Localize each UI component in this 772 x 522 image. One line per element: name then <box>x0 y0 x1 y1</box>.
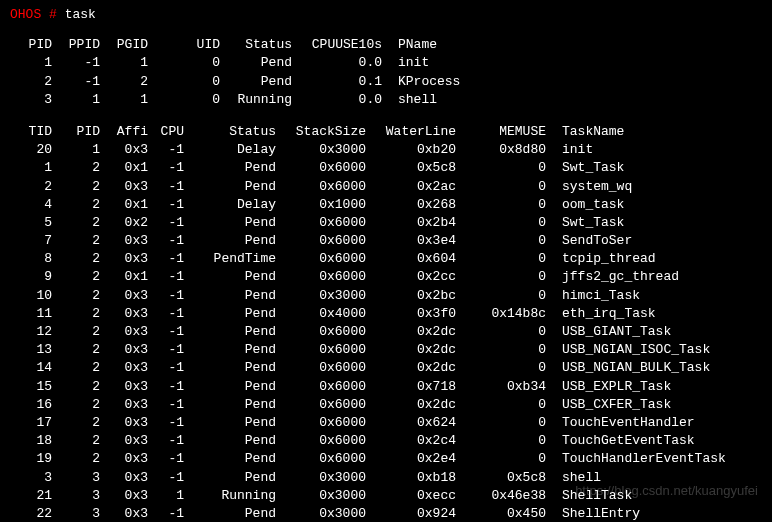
cell-tpid: 3 <box>52 487 100 505</box>
col-pgid: PGID <box>100 36 148 54</box>
cell-pgid: 2 <box>100 73 148 91</box>
cell-tstatus: Pend <box>184 414 276 432</box>
cell-affi: 0x3 <box>100 359 148 377</box>
cell-cpuuse: 0.0 <box>292 91 382 109</box>
cell-cpu: -1 <box>148 505 184 522</box>
cell-tid: 13 <box>10 341 52 359</box>
col-cpuuse: CPUUSE10s <box>292 36 382 54</box>
cell-waterline: 0xb18 <box>366 469 456 487</box>
cell-stacksize: 0x6000 <box>276 414 366 432</box>
task-row: 1620x3-1Pend0x60000x2dc0USB_CXFER_Task <box>10 396 762 414</box>
cell-tstatus: Pend <box>184 287 276 305</box>
task-row: 1420x3-1Pend0x60000x2dc0USB_NGIAN_BULK_T… <box>10 359 762 377</box>
cell-memuse: 0 <box>456 450 546 468</box>
cell-affi: 0x1 <box>100 159 148 177</box>
cell-tstatus: Pend <box>184 396 276 414</box>
cell-taskname: USB_NGIAN_ISOC_Task <box>546 341 736 359</box>
prompt-command[interactable]: task <box>65 7 96 22</box>
col-tstatus: Status <box>184 123 276 141</box>
cell-memuse: 0xb34 <box>456 378 546 396</box>
cell-taskname: USB_GIANT_Task <box>546 323 736 341</box>
col-cpu: CPU <box>148 123 184 141</box>
cell-cpu: -1 <box>148 469 184 487</box>
cell-tpid: 2 <box>52 232 100 250</box>
cell-stacksize: 0x6000 <box>276 178 366 196</box>
col-tid: TID <box>10 123 52 141</box>
cell-waterline: 0xecc <box>366 487 456 505</box>
cell-waterline: 0x2bc <box>366 287 456 305</box>
cell-taskname: tcpip_thread <box>546 250 736 268</box>
cell-cpu: -1 <box>148 232 184 250</box>
cell-taskname: himci_Task <box>546 287 736 305</box>
cell-tstatus: Pend <box>184 268 276 286</box>
cell-affi: 0x3 <box>100 378 148 396</box>
cell-memuse: 0 <box>456 287 546 305</box>
cell-tid: 22 <box>10 505 52 522</box>
cell-stacksize: 0x3000 <box>276 505 366 522</box>
cell-tpid: 1 <box>52 141 100 159</box>
cell-cpu: -1 <box>148 178 184 196</box>
cell-tid: 10 <box>10 287 52 305</box>
prompt-host: OHOS # <box>10 7 57 22</box>
cell-cpu: -1 <box>148 214 184 232</box>
cell-tpid: 2 <box>52 432 100 450</box>
cell-stacksize: 0x3000 <box>276 287 366 305</box>
cell-stacksize: 0x6000 <box>276 341 366 359</box>
cell-tstatus: Pend <box>184 305 276 323</box>
cell-tstatus: Pend <box>184 159 276 177</box>
cell-waterline: 0x2b4 <box>366 214 456 232</box>
cell-uid: 0 <box>148 91 220 109</box>
cell-taskname: shell <box>546 469 736 487</box>
cell-memuse: 0x14b8c <box>456 305 546 323</box>
cell-tid: 14 <box>10 359 52 377</box>
task-row: 1020x3-1Pend0x30000x2bc0himci_Task <box>10 287 762 305</box>
cell-memuse: 0 <box>456 432 546 450</box>
cell-tpid: 3 <box>52 469 100 487</box>
cell-tid: 16 <box>10 396 52 414</box>
cell-taskname: Swt_Task <box>546 159 736 177</box>
cell-waterline: 0x3f0 <box>366 305 456 323</box>
cell-tpid: 2 <box>52 287 100 305</box>
cell-tid: 11 <box>10 305 52 323</box>
cell-cpuuse: 0.0 <box>292 54 382 72</box>
cell-tpid: 2 <box>52 196 100 214</box>
cell-taskname: TouchGetEventTask <box>546 432 736 450</box>
cell-stacksize: 0x4000 <box>276 305 366 323</box>
cell-tid: 12 <box>10 323 52 341</box>
cell-tpid: 2 <box>52 450 100 468</box>
task-row: 820x3-1PendTime0x60000x6040tcpip_thread <box>10 250 762 268</box>
cell-tpid: 2 <box>52 250 100 268</box>
cell-tid: 4 <box>10 196 52 214</box>
task-row: 520x2-1Pend0x60000x2b40Swt_Task <box>10 214 762 232</box>
cell-tpid: 2 <box>52 396 100 414</box>
cell-cpu: 1 <box>148 487 184 505</box>
cell-waterline: 0x2ac <box>366 178 456 196</box>
cell-stacksize: 0x3000 <box>276 487 366 505</box>
cell-stacksize: 0x6000 <box>276 232 366 250</box>
cell-taskname: oom_task <box>546 196 736 214</box>
cell-memuse: 0 <box>456 359 546 377</box>
cell-tstatus: Delay <box>184 196 276 214</box>
cell-affi: 0x3 <box>100 396 148 414</box>
col-tpid: PID <box>52 123 100 141</box>
cell-pid: 2 <box>10 73 52 91</box>
cell-memuse: 0 <box>456 396 546 414</box>
cell-waterline: 0x2dc <box>366 396 456 414</box>
task-row: 1720x3-1Pend0x60000x6240TouchEventHandle… <box>10 414 762 432</box>
cell-tstatus: PendTime <box>184 250 276 268</box>
task-row: 2130x31Running0x30000xecc0x46e38ShellTas… <box>10 487 762 505</box>
task-row: 1520x3-1Pend0x60000x7180xb34USB_EXPLR_Ta… <box>10 378 762 396</box>
cell-memuse: 0 <box>456 214 546 232</box>
cell-waterline: 0x268 <box>366 196 456 214</box>
cell-cpu: -1 <box>148 323 184 341</box>
cell-stacksize: 0x6000 <box>276 359 366 377</box>
task-row: 1120x3-1Pend0x40000x3f00x14b8ceth_irq_Ta… <box>10 305 762 323</box>
task-row: 1920x3-1Pend0x60000x2e40TouchHandlerEven… <box>10 450 762 468</box>
cell-stacksize: 0x6000 <box>276 323 366 341</box>
cell-stacksize: 0x6000 <box>276 268 366 286</box>
cell-tid: 21 <box>10 487 52 505</box>
cell-tstatus: Delay <box>184 141 276 159</box>
cell-tstatus: Pend <box>184 232 276 250</box>
cell-stacksize: 0x6000 <box>276 378 366 396</box>
cell-waterline: 0x624 <box>366 414 456 432</box>
